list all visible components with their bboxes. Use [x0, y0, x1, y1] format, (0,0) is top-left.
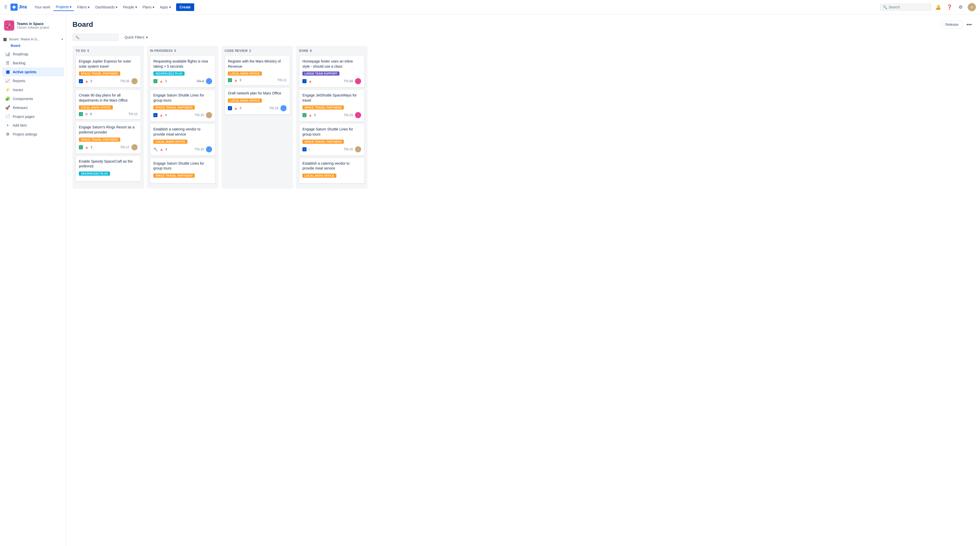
avatar	[355, 112, 361, 118]
nav-projects[interactable]: Projects ▾	[53, 3, 74, 11]
top-navigation: ⠿ Jira Your work Projects ▾ Filters ▾ Da…	[0, 0, 980, 14]
sidebar-item-roadmap[interactable]: 📊 Roadmap	[2, 49, 64, 59]
story-points: 3	[165, 80, 167, 83]
card-footer: ✓ ▲ 4 TIS-15	[153, 112, 212, 118]
table-row[interactable]: Engage Saturn Shuttle Lines for group to…	[299, 124, 364, 156]
project-info: Teams in Space Classic software project	[17, 22, 49, 29]
scrum-board-header[interactable]: ▦ Scrum: Teams in S... ▾	[0, 35, 66, 44]
sidebar-item-active-sprints[interactable]: ▦ Active sprints	[2, 67, 64, 76]
table-row[interactable]: Engage Jupiter Express for outer solar s…	[76, 56, 141, 88]
board-search-bar[interactable]: 🔍	[73, 34, 118, 41]
checkbox-icon: ✓	[153, 113, 158, 117]
ticket-id: TIS-12	[128, 112, 138, 116]
help-icon[interactable]: ❓	[945, 3, 953, 11]
release-button[interactable]: Release	[942, 21, 963, 28]
nav-filters[interactable]: Filters ▾	[75, 3, 92, 11]
roadmap-icon: 📊	[5, 52, 10, 56]
table-row[interactable]: Establish a catering vendor to provide m…	[150, 124, 215, 156]
card-footer: ✓ ▲ 5 TIS-25	[79, 78, 138, 84]
table-row[interactable]: Engage Saturn Shuttle Lines for group to…	[150, 158, 215, 183]
table-row[interactable]: Engage JetShuttle SpaceWays for travel S…	[299, 89, 364, 121]
sidebar-item-releases[interactable]: 🚀 Releases	[2, 103, 64, 112]
card-title: Engage Saturn Shuttle Lines for group to…	[153, 161, 212, 171]
table-row[interactable]: Draft network plan for Mars Office LOCAL…	[224, 88, 290, 115]
nav-dashboards[interactable]: Dashboards ▾	[93, 3, 120, 11]
sidebar-item-label: Add item	[13, 123, 27, 127]
table-row[interactable]: Requesting available flights is now taki…	[150, 56, 215, 88]
quick-filters-button[interactable]: Quick Filters ▾	[121, 34, 151, 41]
avatar	[355, 146, 361, 153]
project-icon: 🚀	[4, 21, 14, 31]
ticket-id: TIS-15	[195, 113, 204, 117]
card-title: Requesting available flights is now taki…	[153, 59, 212, 69]
table-row[interactable]: Engage Saturn's Rings Resort as a prefer…	[76, 121, 141, 153]
search-icon: 🔍	[883, 5, 887, 9]
card-title: Create 90 day plans for all departments …	[79, 93, 138, 103]
chevron-down-icon: ▾	[146, 35, 148, 39]
scrum-label: Scrum: Teams in S...	[9, 37, 59, 41]
more-options-button[interactable]: •••	[964, 21, 974, 29]
table-row[interactable]: Enable Speedy SpaceCraft as the preferre…	[76, 156, 141, 181]
sidebar-item-label: Backlog	[13, 61, 25, 65]
col-header-done: DONE 8	[299, 49, 364, 53]
card-title: Engage JetShuttle SpaceWays for travel	[302, 93, 361, 103]
chevron-down-icon: ▾	[135, 5, 137, 9]
active-sprints-icon: ▦	[5, 69, 10, 74]
story-points: 3	[91, 145, 92, 149]
board-search-input[interactable]	[81, 35, 116, 39]
table-row[interactable]: Establish a catering vendor to provide m…	[299, 158, 364, 183]
create-button[interactable]: Create	[176, 3, 194, 11]
card-tag: SPACE TRAVEL PARTNERS	[153, 105, 195, 110]
card-title: Establish a catering vendor to provide m…	[153, 127, 212, 137]
main-content: Board Release ••• 🔍 Quick Filters ▾ TO D…	[66, 14, 980, 546]
table-row[interactable]: Create 90 day plans for all departments …	[76, 89, 141, 119]
sidebar-item-label: Issues	[13, 88, 23, 92]
notifications-icon[interactable]: 🔔	[934, 3, 942, 11]
story-icon: ↑	[153, 79, 158, 83]
kanban-board: TO DO 5 Engage Jupiter Express for outer…	[73, 46, 974, 189]
nav-items: Your work Projects ▾ Filters ▾ Dashboard…	[32, 3, 878, 11]
ticket-id: TIS-11	[277, 78, 286, 82]
sidebar-item-add-item[interactable]: + Add item	[2, 121, 64, 130]
board-title: Board	[73, 21, 93, 29]
sidebar-item-label: Active sprints	[13, 70, 37, 74]
story-icon: ↑	[228, 78, 232, 82]
sidebar-item-project-settings[interactable]: ⚙ Project settings	[2, 130, 64, 138]
card-tag: SPACE TRAVEL PARTNERS	[153, 174, 195, 178]
sidebar-item-issues[interactable]: ⚡ Issues	[2, 85, 64, 94]
settings-icon[interactable]: ⚙	[956, 3, 965, 11]
col-header-inprogress: IN PROGRESS 5	[150, 49, 215, 53]
card-footer: ↑ ⊘ 9 TIS-12	[79, 112, 138, 116]
col-header-todo: TO DO 5	[76, 49, 141, 53]
sidebar-item-reports[interactable]: 📈 Reports	[2, 76, 64, 85]
grid-icon[interactable]: ⠿	[4, 4, 7, 10]
table-row[interactable]: Homepage footer uses an inline style - s…	[299, 56, 364, 88]
avatar	[355, 78, 361, 84]
project-name: Teams in Space	[17, 22, 49, 26]
col-title-done: DONE	[299, 49, 309, 53]
table-row[interactable]: Engage Saturn Shuttle Lines for group to…	[150, 89, 215, 121]
story-points: 3	[240, 78, 242, 82]
col-title-inprogress: IN PROGRESS	[150, 49, 173, 53]
nav-people[interactable]: People ▾	[121, 3, 140, 11]
sidebar-item-backlog[interactable]: ☰ Backlog	[2, 59, 64, 67]
releases-icon: 🚀	[5, 105, 10, 110]
sidebar-item-project-pages[interactable]: 📄 Project pages	[2, 112, 64, 121]
card-tag: SEESPACEEZ PLUS	[153, 72, 185, 76]
nav-plans[interactable]: Plans ▾	[140, 3, 157, 11]
card-title: Homepage footer uses an inline style - s…	[302, 59, 361, 69]
table-row[interactable]: Register with the Mars Ministry of Reven…	[224, 56, 290, 86]
nav-apps[interactable]: Apps ▾	[158, 3, 173, 11]
sidebar-board-sub[interactable]: Board	[0, 44, 66, 48]
chevron-down-icon: ▾	[153, 5, 154, 9]
search-input[interactable]	[889, 5, 928, 9]
sidebar-item-components[interactable]: 🧩 Components	[2, 94, 64, 103]
card-tag: LOCAL MARS OFFICE	[302, 174, 336, 178]
user-avatar[interactable]: U	[968, 3, 976, 11]
checkbox-icon: ✓	[302, 147, 307, 151]
logo[interactable]: Jira	[11, 3, 27, 11]
board-filters: 🔍 Quick Filters ▾	[73, 34, 974, 41]
search-bar[interactable]: 🔍	[880, 3, 931, 11]
col-header-codereview: CODE REVIEW 2	[224, 49, 290, 53]
nav-your-work[interactable]: Your work	[32, 3, 53, 11]
